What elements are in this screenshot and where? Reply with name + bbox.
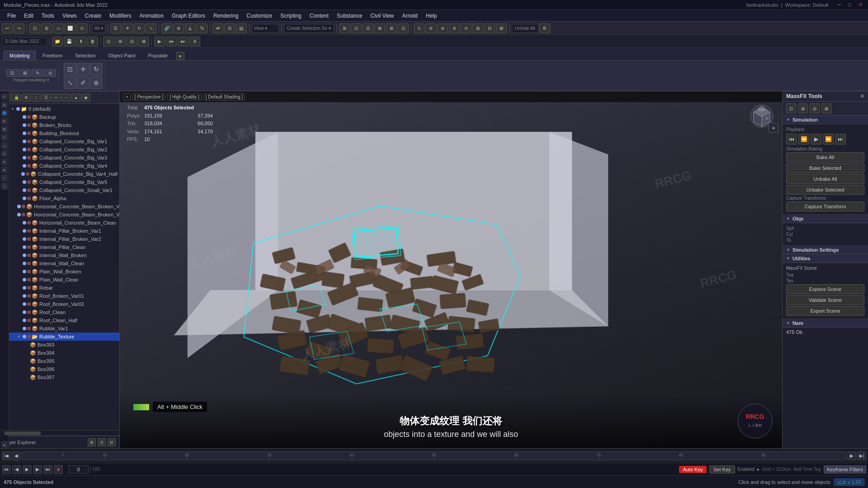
tree-item[interactable]: 📦Backup (9, 113, 119, 121)
polygon-btn4[interactable]: ⊙ (44, 69, 56, 77)
paint-icon[interactable]: ⊛ (90, 76, 103, 89)
tree-item[interactable]: 📦Collapsed_Concrete_Big_Var3 (9, 154, 119, 162)
tree-item[interactable]: ▼📁0 (default) (9, 105, 119, 113)
side-icon-3[interactable]: 🔵 (1, 109, 8, 117)
filter-dropdown[interactable]: All ▾ (92, 24, 105, 33)
name-section-header[interactable]: ▼ Nam (783, 319, 868, 328)
viewport-perspective-label[interactable]: [ Perspective ] (132, 94, 165, 100)
tree-item[interactable]: 📦Collapsed_Concrete_Big_Var2 (9, 145, 119, 154)
viewport-plus-label[interactable]: + (123, 94, 131, 100)
render-eye-icon[interactable] (27, 302, 31, 306)
ribbon-tab-modeling[interactable]: Modeling (4, 51, 36, 60)
tree-item[interactable]: 📦Roof_Broken_Var01 (9, 292, 119, 300)
set-key-btn[interactable]: Set Key (709, 465, 735, 474)
anim-stop-btn[interactable]: ■ (54, 465, 63, 474)
misc-btn10[interactable]: ⊜ (449, 23, 460, 33)
side-icon-7[interactable]: △ (1, 142, 8, 149)
misc-btn7[interactable]: ⊙ (414, 23, 425, 33)
render-eye-icon[interactable] (27, 327, 31, 330)
anim-goto-start-btn[interactable]: ⏮ (2, 465, 11, 474)
misc-btn11[interactable]: ⊝ (461, 23, 472, 33)
misc-btn9[interactable]: ⊛ (437, 23, 448, 33)
rp-icon-1[interactable]: ⊡ (786, 103, 796, 113)
viewport-quality-label[interactable]: [ High Quality ] (167, 94, 202, 100)
eye-icon[interactable] (23, 237, 26, 241)
auto-key-btn[interactable]: Auto Key (679, 466, 707, 473)
filter-panel-btn[interactable]: ☰ (42, 94, 51, 102)
validate-scene-btn[interactable]: Validate Scene (786, 295, 864, 305)
misc-btn5[interactable]: ⊞ (386, 23, 397, 33)
layer-manager-btn[interactable]: ▤ (236, 23, 247, 33)
eye-icon[interactable] (21, 172, 25, 176)
eye-icon[interactable] (17, 213, 21, 216)
file-btn4[interactable]: 🗑 (87, 37, 98, 47)
align-btn[interactable]: ⊟ (224, 23, 235, 33)
timeline-prev-btn[interactable]: |◀ (2, 451, 11, 460)
play-next-btn[interactable]: ⏩ (823, 134, 834, 145)
tree-item[interactable]: 📦Collapsed_Concrete_Big_Var4_Half (9, 170, 119, 178)
polygon-btn2[interactable]: ⊞ (19, 69, 31, 77)
eye-icon[interactable] (23, 294, 26, 298)
tree-item[interactable]: 📦Collapsed_Concrete_Big_Var5 (9, 178, 119, 186)
render-eye-icon[interactable] (27, 253, 31, 257)
anim-prev-frame-btn[interactable]: ◀ (12, 465, 21, 474)
menu-substance[interactable]: Substance (333, 12, 366, 20)
menu-edit[interactable]: Edit (20, 12, 37, 20)
file-btn3[interactable]: ⬆ (75, 37, 86, 47)
explore-scene-btn[interactable]: Explore Scene (786, 284, 864, 294)
misc-btn14[interactable]: ⊠ (496, 23, 507, 33)
snap-btn[interactable]: 🔗 (161, 23, 172, 33)
tree-item[interactable]: 📦Horizontal_Concrete_Beam_Broken_Var1 (9, 202, 119, 211)
menu-file[interactable]: File (4, 12, 19, 20)
eye-icon[interactable] (23, 164, 26, 168)
menu-create[interactable]: Create (81, 12, 105, 20)
misc-btn4[interactable]: ⊠ (374, 23, 385, 33)
options-panel-btn[interactable]: ⚙ (22, 94, 31, 102)
eye-icon[interactable] (23, 123, 26, 127)
rotate-icon[interactable]: ↻ (90, 63, 103, 75)
menu-content[interactable]: Content (306, 12, 332, 20)
eye-icon[interactable] (23, 286, 26, 290)
tree-item[interactable]: 📦Internal_Wall_Clean (9, 259, 119, 267)
bake-all-btn[interactable]: Bake All (786, 152, 864, 162)
export-scene-btn[interactable]: Export Scene (786, 306, 864, 316)
render-eye-icon[interactable] (27, 140, 31, 143)
side-icon-4[interactable]: ⊟ (1, 117, 8, 125)
ribbon-tab-options[interactable]: ▾ (176, 52, 184, 60)
hscroll[interactable] (0, 430, 119, 436)
anim-play-btn[interactable]: ▶ (23, 465, 32, 474)
misc-btn6[interactable]: ⊡ (398, 23, 409, 33)
close-right-panel-btn[interactable]: ✕ (860, 93, 864, 99)
undo-btn[interactable]: ↩ (2, 23, 13, 33)
tree-item[interactable]: 📦Internal_Pillar_Clean (9, 243, 119, 251)
frame-input[interactable] (68, 465, 89, 474)
tree-item[interactable]: 📦Collapsed_Concrete_Small_Var1 (9, 186, 119, 194)
tree-item[interactable]: 📦Box396 (9, 365, 119, 373)
eye-icon[interactable] (23, 335, 26, 338)
lock-panel-btn[interactable]: 🔒 (12, 94, 21, 102)
side-icon-12[interactable]: ⬡ (1, 183, 8, 190)
play-prev-btn[interactable]: ⏪ (798, 134, 809, 145)
mirror-btn[interactable]: ⇄ (212, 23, 223, 33)
render-eye-icon[interactable] (27, 278, 31, 282)
side-icon-10[interactable]: ⊛ (1, 166, 8, 174)
eye-icon[interactable] (23, 180, 26, 184)
utilities-section-header[interactable]: ▼ Utilities (783, 254, 868, 263)
render-eye-icon[interactable] (27, 131, 31, 135)
up-panel-btn[interactable]: ▲ (71, 94, 80, 102)
tree-item[interactable]: 📦Box397 (9, 373, 119, 381)
render-eye-icon[interactable] (27, 221, 31, 225)
minimize-btn[interactable]: ─ (836, 2, 843, 8)
sketch-icon[interactable]: ✐ (77, 76, 90, 89)
play-end-btn[interactable]: ⏭ (835, 134, 846, 145)
anim-btn2[interactable]: ⏮ (166, 37, 177, 47)
anim-btn3[interactable]: ⏭ (178, 37, 189, 47)
timeline-fwd-btn[interactable]: ▶ (847, 451, 856, 460)
tree-item[interactable]: 📦Rubble_Var1 (9, 324, 119, 333)
simulation-section-header[interactable]: ▼ Simulation (783, 116, 868, 124)
ribbon-tab-object-paint[interactable]: Object Paint (103, 51, 142, 60)
le-btn-3[interactable]: ⊟ (108, 438, 116, 446)
unbake-selected-btn[interactable]: Unbake Selected (786, 185, 864, 195)
render-eye-icon[interactable] (27, 156, 31, 160)
timeline[interactable]: |◀ ◀ 0 10 20 30 40 50 60 70 80 90 ▶ ▶| (0, 448, 868, 463)
